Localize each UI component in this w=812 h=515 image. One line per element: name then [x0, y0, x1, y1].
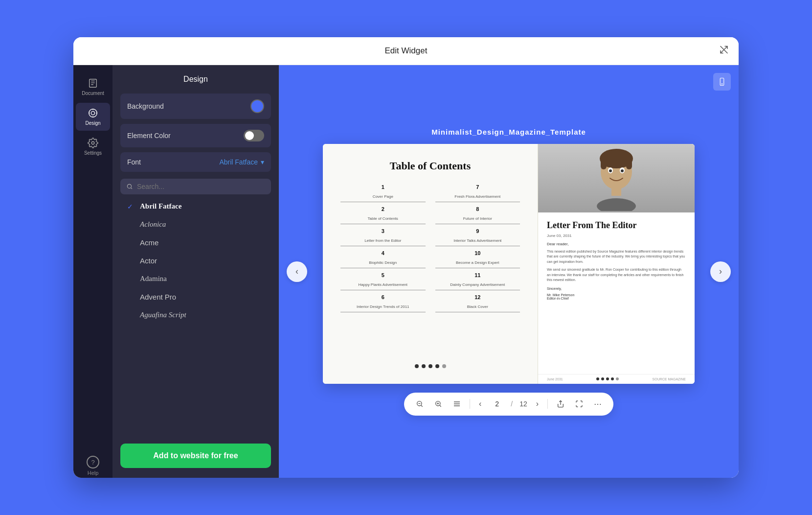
- editor-letter-para-2: We send our sincerest gratitude to Mr. R…: [547, 267, 686, 283]
- more-options-button[interactable]: ⋯: [592, 398, 604, 411]
- toolbar-separator-1: [470, 399, 470, 409]
- zoom-out-button[interactable]: [414, 398, 426, 410]
- font-option-row: Font Abril Fatface ▾: [120, 152, 271, 172]
- sidebar-item-design-label: Design: [85, 120, 100, 126]
- font-value-dropdown[interactable]: Abril Fatface ▾: [219, 158, 264, 166]
- svg-point-2: [89, 109, 97, 117]
- sidebar-icons: Document Design Settings ?: [73, 65, 113, 478]
- svg-point-1: [91, 111, 94, 115]
- modal-header: Edit Widget: [73, 37, 739, 65]
- font-item-name: Actor: [140, 257, 157, 265]
- doc-toolbar: ‹ 2 / 12 › ⋯: [404, 393, 613, 416]
- next-page-arrow[interactable]: ›: [710, 261, 731, 282]
- footer-dot-3: [606, 377, 609, 380]
- checkmark-icon: ✓: [127, 203, 135, 211]
- toc-num: 1: [340, 184, 426, 190]
- toc-text: Future of Interior: [463, 216, 492, 221]
- toc-num: 9: [435, 228, 520, 234]
- toc-num: 12: [435, 294, 520, 300]
- footer-dots: [596, 377, 619, 380]
- prev-page-arrow[interactable]: ‹: [287, 261, 307, 282]
- toc-num: 11: [435, 272, 520, 278]
- font-list-item-abril-fatface[interactable]: ✓ Abril Fatface: [120, 197, 271, 215]
- font-label: Font: [127, 158, 141, 166]
- mobile-preview-button[interactable]: [713, 73, 731, 91]
- search-icon: [126, 183, 133, 190]
- toc-item-1: 1 Cover Page: [340, 184, 426, 202]
- toc-text: Black Cover: [467, 304, 488, 309]
- svg-point-4: [127, 184, 131, 188]
- toc-num: 4: [340, 250, 426, 256]
- toc-item-4: 4 Biophilic Design: [340, 250, 426, 268]
- font-list-item-aguafina-script[interactable]: Aguafina Script: [120, 306, 271, 324]
- toc-num: 7: [435, 184, 520, 190]
- document-viewer: Table of Contents 1 Cover Page 7 Fresh F…: [323, 144, 695, 384]
- toolbar-next-button[interactable]: ›: [534, 398, 541, 410]
- font-item-name: Adamina: [140, 275, 167, 283]
- dot-4: [435, 364, 439, 368]
- modal-title: Edit Widget: [385, 46, 428, 56]
- sidebar-item-settings-label: Settings: [84, 150, 102, 156]
- zoom-in-button[interactable]: [432, 398, 444, 410]
- editor-letter-signature: Sincerely, Mr. Mike Peterson Editor-in-C…: [547, 287, 686, 300]
- font-list-item-aclonica[interactable]: Aclonica: [120, 215, 271, 234]
- background-label: Background: [127, 102, 164, 110]
- sidebar-item-design[interactable]: Design: [76, 103, 110, 131]
- toc-text: Letter from the Editor: [364, 238, 401, 243]
- element-color-toggle[interactable]: [244, 130, 264, 141]
- font-list-item-advent-pro[interactable]: Advent Pro: [120, 288, 271, 306]
- chevron-down-icon: ▾: [261, 158, 264, 166]
- font-search-input[interactable]: [137, 183, 265, 190]
- font-list: ✓ Abril Fatface Aclonica Acme Actor: [120, 197, 271, 436]
- preview-area: Minimalist_Design_Magazine_Template Tabl…: [279, 65, 739, 478]
- help-label: Help: [88, 470, 99, 476]
- toc-text: Interior Talks Advertisement: [453, 238, 501, 243]
- fullscreen-button[interactable]: [573, 398, 585, 410]
- toc-num: 5: [340, 272, 426, 278]
- editor-face: [538, 144, 695, 212]
- toolbar-separator-2: [547, 399, 548, 409]
- toc-item-10: 10 Become a Design Expert: [435, 250, 520, 268]
- template-name: Minimalist_Design_Magazine_Template: [431, 128, 586, 136]
- toc-text: Happy Plants Advertisement: [359, 282, 408, 287]
- toolbar-prev-button[interactable]: ‹: [477, 398, 483, 410]
- editor-letter-salutation: Dear reader,: [547, 242, 686, 246]
- background-color-circle[interactable]: [250, 99, 264, 113]
- modal-container: Edit Widget Document: [73, 37, 739, 478]
- svg-rect-10: [626, 159, 632, 169]
- svg-point-14: [621, 169, 624, 172]
- layout-button[interactable]: [451, 398, 463, 410]
- footer-dot-4: [611, 377, 614, 380]
- svg-point-13: [609, 169, 612, 172]
- element-color-option-row: Element Color: [120, 124, 271, 147]
- design-panel-title: Design: [120, 75, 271, 84]
- total-pages: 12: [519, 400, 527, 408]
- toc-text: Biophilic Design: [369, 260, 397, 265]
- dot-1: [415, 364, 419, 368]
- footer-dot-5: [616, 377, 619, 380]
- toc-num: 8: [435, 206, 520, 212]
- page-number-input[interactable]: 2: [490, 400, 504, 408]
- toc-num: 2: [340, 206, 426, 212]
- toc-item-12: 12 Black Cover: [435, 294, 520, 312]
- font-list-item-adamina[interactable]: Adamina: [120, 270, 271, 288]
- add-to-website-button[interactable]: Add to website for free: [120, 444, 271, 468]
- font-selected-name: Abril Fatface: [219, 158, 258, 166]
- svg-point-6: [722, 84, 722, 85]
- toc-text: Table of Contents: [368, 216, 398, 221]
- font-list-item-acme[interactable]: Acme: [120, 234, 271, 252]
- toc-item-8: 8 Future of Interior: [435, 206, 520, 224]
- toc-grid: 1 Cover Page 7 Fresh Flora Advertisement…: [340, 184, 520, 312]
- svg-rect-9: [601, 159, 607, 169]
- sidebar-item-settings[interactable]: Settings: [76, 133, 110, 161]
- footer-date: June 2031: [547, 377, 563, 381]
- share-button[interactable]: [555, 398, 566, 410]
- sidebar-item-document[interactable]: Document: [76, 73, 110, 101]
- font-list-item-actor[interactable]: Actor: [120, 252, 271, 270]
- toc-title: Table of Contents: [390, 160, 471, 172]
- toc-item-7: 7 Fresh Flora Advertisement: [435, 184, 520, 202]
- expand-button[interactable]: [719, 45, 729, 57]
- help-button[interactable]: ?: [87, 456, 99, 468]
- dot-3: [429, 364, 432, 368]
- page-indicator-dots: [415, 356, 446, 368]
